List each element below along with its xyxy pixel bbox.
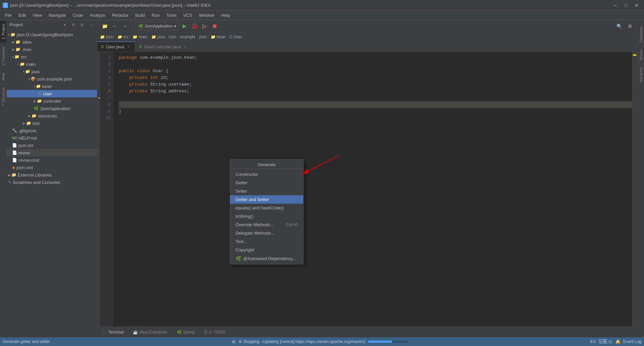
right-tab-database[interactable]: Database: [638, 23, 644, 46]
file-icon: 📄: [12, 158, 17, 162]
tab-user-java[interactable]: C User.java ✕: [97, 41, 135, 51]
tab-close-btn[interactable]: ✕: [126, 44, 131, 49]
breadcrumb-json2[interactable]: json: [199, 35, 207, 39]
tree-item-scratches[interactable]: ✎ Scratches and Consoles: [7, 179, 97, 186]
breadcrumb-com[interactable]: com: [169, 35, 176, 39]
menu-build[interactable]: Build: [132, 11, 148, 19]
context-menu-copyright[interactable]: Copyright: [230, 246, 303, 254]
breadcrumb-java[interactable]: 📁java: [151, 35, 165, 39]
context-menu-test[interactable]: Test...: [230, 237, 303, 246]
bottom-tab-spring[interactable]: 🌿 Spring: [175, 329, 197, 335]
tab-project[interactable]: 1: Project: [0, 20, 6, 43]
tree-item-resources[interactable]: ▶ 📁 resources: [7, 112, 97, 119]
panel-layout-btn[interactable]: ⊞: [79, 21, 86, 28]
tab-web[interactable]: Web: [0, 69, 6, 84]
context-menu-override[interactable]: Override Methods... Ctrl+O: [230, 220, 303, 229]
context-menu-tostring[interactable]: toString(): [230, 212, 303, 220]
context-menu-getter[interactable]: Getter: [230, 179, 303, 187]
bottom-tab-todo[interactable]: ☰ 6: TODO: [202, 329, 227, 335]
status-input-icons[interactable]: S英☆: [598, 338, 613, 345]
panel-dropdown-btn[interactable]: ▾: [61, 21, 68, 28]
breadcrumb-user[interactable]: CUser: [229, 35, 242, 39]
tree-item-test[interactable]: ▶ 📁 test: [7, 119, 97, 127]
menu-help[interactable]: Help: [218, 11, 233, 19]
toolbar-forward-btn[interactable]: →: [120, 22, 129, 31]
tree-item-user[interactable]: C User: [7, 90, 97, 97]
menu-file[interactable]: File: [1, 11, 15, 19]
toolbar-back-btn[interactable]: ←: [110, 22, 119, 31]
tree-item-src[interactable]: ▾ 📁 src: [7, 53, 97, 60]
search-everywhere-btn[interactable]: 🔍: [614, 22, 624, 31]
spring-icon: 🌿: [177, 330, 182, 335]
right-tab-ant-build[interactable]: Ant Build: [638, 64, 644, 86]
toolbar-project-btn[interactable]: 📁: [100, 22, 109, 31]
context-menu-getter-setter[interactable]: Getter and Setter: [230, 195, 303, 204]
panel-settings-btn[interactable]: ⚙: [70, 21, 77, 28]
tree-item-external-libs[interactable]: ▶ 📁 External Libraries: [7, 171, 97, 179]
tree-item-controller[interactable]: ▶ 📁 controller: [7, 97, 97, 105]
tab-favorites[interactable]: 2: Favorites: [0, 43, 6, 69]
tree-item-main[interactable]: ▾ 📁 main: [7, 60, 97, 68]
breadcrumb-example[interactable]: example: [180, 35, 195, 39]
menu-tools[interactable]: Tools: [163, 11, 180, 19]
breadcrumb-json[interactable]: 📁json: [100, 35, 113, 39]
menu-window[interactable]: Window: [196, 11, 218, 19]
run-config-select[interactable]: 🌿 JsonApplication ▾: [135, 22, 179, 30]
tree-item-json-application[interactable]: 🌿 JsonApplication: [7, 105, 97, 112]
context-menu-delegate[interactable]: Delegate Methods...: [230, 229, 303, 237]
menu-vcs[interactable]: VCS: [180, 11, 196, 19]
tree-item-json-root[interactable]: ▾ 📁 json D:\Java\SpringBoot\json: [7, 31, 97, 38]
tree-item-mvnwcmd[interactable]: 📄 mvnw.cmd: [7, 156, 97, 164]
panel-collapse-btn[interactable]: −: [88, 21, 94, 28]
breadcrumb-main[interactable]: 📁main: [132, 35, 147, 39]
stop-button[interactable]: ⏹: [210, 22, 219, 31]
minimize-button[interactable]: ─: [610, 2, 620, 9]
run-button[interactable]: ▶: [180, 22, 189, 31]
status-event-log[interactable]: Event Log: [623, 339, 641, 344]
settings-btn[interactable]: ⚙: [625, 22, 635, 31]
tree-item-mvnw[interactable]: 📄 mvnw: [7, 149, 97, 156]
menu-run[interactable]: Run: [148, 11, 163, 19]
menu-code[interactable]: Code: [69, 11, 87, 19]
menu-edit[interactable]: Edit: [15, 11, 29, 19]
tree-item-jsoniml[interactable]: 📄 json.iml: [7, 142, 97, 149]
context-menu-equals-hashcode[interactable]: equals() and hashCode(): [230, 204, 303, 212]
tab-usercontroller-java[interactable]: C UserController.java ✕: [135, 42, 192, 51]
menu-view[interactable]: View: [29, 11, 45, 19]
bottom-tab-terminal[interactable]: ⬛ Terminal: [100, 329, 125, 335]
tree-item-gitignore[interactable]: 🔧 .gitignore: [7, 127, 97, 134]
tree-item-java[interactable]: ▾ 📁 java: [7, 68, 97, 75]
menu-refactor[interactable]: Refactor: [109, 11, 132, 19]
run-config-icon: 🌿: [138, 24, 143, 29]
bottom-tab-java-enterprise[interactable]: ☕ Java Enterprise: [131, 329, 169, 335]
breadcrumb-src[interactable]: 📁src: [117, 35, 129, 39]
code-content[interactable]: package com.example.json.bean; public cl…: [113, 52, 637, 327]
debug-button[interactable]: 🐞: [190, 22, 199, 31]
coverage-button[interactable]: ▷: [200, 22, 209, 31]
tab-close-btn[interactable]: ✕: [183, 44, 188, 49]
right-tab-maven[interactable]: Maven: [638, 46, 644, 64]
tree-label: mvnw: [18, 150, 30, 155]
menu-analyze[interactable]: Analyze: [87, 11, 109, 19]
menu-navigate[interactable]: Navigate: [45, 11, 69, 19]
tab-structure[interactable]: 7: Structure: [0, 84, 6, 110]
context-menu-autowired[interactable]: 🌿@Autowired Dependency...: [230, 254, 303, 263]
maximize-button[interactable]: □: [621, 2, 631, 9]
status-notification[interactable]: 🔔: [615, 339, 621, 344]
close-button[interactable]: ✕: [632, 2, 641, 9]
breadcrumb-bean[interactable]: 📁bean: [211, 35, 226, 39]
folder-icon: 📁: [10, 32, 15, 37]
tree-item-helpmd[interactable]: MD HELP.md: [7, 134, 97, 142]
tree-item-package[interactable]: ▾ 📦 com.example.json: [7, 75, 97, 83]
context-menu-setter[interactable]: Setter: [230, 187, 303, 195]
tree-item-idea[interactable]: ▶ 📁 .idea: [7, 38, 97, 46]
tree-label: pom.xml: [16, 165, 33, 170]
context-menu-constructor[interactable]: Constructor: [230, 170, 303, 179]
tree-item-bean[interactable]: ▾ 📁 bean: [7, 83, 97, 90]
folder-icon: 📁: [25, 69, 30, 74]
tree-item-mvn[interactable]: ▶ 📁 .mvn: [7, 46, 97, 53]
status-position[interactable]: 8:5: [590, 339, 596, 344]
shortcut-label: Ctrl+O: [286, 223, 298, 227]
folder-icon: 📁: [11, 172, 16, 177]
tree-item-pomxml[interactable]: ◆ pom.xml: [7, 164, 97, 171]
